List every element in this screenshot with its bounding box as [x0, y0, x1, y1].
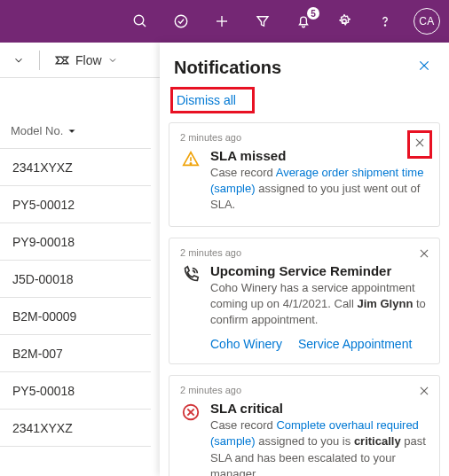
command-overflow[interactable] [7, 51, 30, 70]
table-row[interactable]: PY5-00018 [0, 372, 151, 410]
top-app-bar: 5 CA [0, 0, 449, 43]
card-close-button[interactable] [416, 383, 432, 402]
user-avatar[interactable]: CA [414, 8, 440, 35]
column-header-model-no[interactable]: Model No. [11, 124, 136, 137]
grid-header-row: Model No. [0, 113, 151, 149]
action-link-appointment[interactable]: Service Appointment [298, 337, 412, 351]
card-text: Coho Winery has a service appointment co… [210, 280, 429, 329]
card-title: SLA missed [210, 148, 429, 163]
settings-icon[interactable] [332, 9, 357, 34]
table-row[interactable]: 2341XYXZ [0, 410, 151, 447]
notifications-panel: Notifications Dismiss all 2 minutes ago … [160, 43, 449, 476]
card-timestamp: 2 minutes ago [180, 132, 429, 143]
filter-icon[interactable] [250, 9, 275, 34]
panel-title: Notifications [174, 58, 281, 78]
card-title: SLA critical [210, 401, 429, 416]
card-text: Case record Complete overhaul required (… [210, 417, 429, 476]
critical-icon [180, 401, 201, 476]
card-title: Upcoming Service Reminder [210, 263, 429, 278]
action-link-account[interactable]: Coho Winery [210, 337, 282, 351]
card-close-button[interactable] [407, 130, 432, 159]
svg-point-12 [190, 163, 191, 164]
chevron-down-icon [107, 55, 118, 66]
chevron-down-icon [67, 126, 77, 137]
svg-point-0 [134, 15, 144, 25]
card-text: Case record Average order shipment time … [210, 165, 429, 214]
svg-point-2 [175, 15, 187, 27]
table-row[interactable]: B2M-007 [0, 335, 151, 372]
help-icon[interactable] [373, 9, 398, 34]
svg-line-1 [142, 23, 146, 27]
person-name: Jim Glynn [358, 297, 414, 310]
column-header-label: Model No. [11, 124, 63, 137]
table-row[interactable]: PY5-00012 [0, 186, 151, 223]
notification-card: 2 minutes ago Upcoming Service Reminder … [169, 238, 440, 365]
notification-badge: 5 [307, 7, 319, 20]
svg-point-6 [384, 25, 385, 26]
table-row[interactable]: J5D-00018 [0, 261, 151, 298]
panel-close-button[interactable] [414, 55, 435, 80]
flow-label: Flow [75, 53, 102, 67]
card-close-button[interactable] [416, 246, 432, 265]
warning-icon [180, 148, 201, 214]
data-grid: Model No. 2341XYXZPY5-00012PY9-00018J5D-… [0, 78, 151, 447]
table-row[interactable]: 2341XYXZ [0, 149, 151, 186]
search-icon[interactable] [128, 9, 153, 34]
notification-card: 2 minutes ago SLA missed Case record Ave… [169, 122, 440, 227]
add-icon[interactable] [209, 9, 234, 34]
table-row[interactable]: B2M-00009 [0, 298, 151, 335]
task-icon[interactable] [169, 9, 193, 34]
table-row[interactable]: PY9-00018 [0, 223, 151, 261]
card-timestamp: 2 minutes ago [180, 385, 429, 395]
divider [39, 51, 40, 70]
flow-menu[interactable]: Flow [49, 49, 123, 72]
notifications-icon[interactable]: 5 [291, 9, 316, 34]
phone-icon [180, 263, 201, 329]
card-timestamp: 2 minutes ago [180, 247, 429, 258]
notification-card: 2 minutes ago SLA critical Case record C… [169, 375, 440, 476]
dismiss-all-link[interactable]: Dismiss all [170, 87, 255, 113]
